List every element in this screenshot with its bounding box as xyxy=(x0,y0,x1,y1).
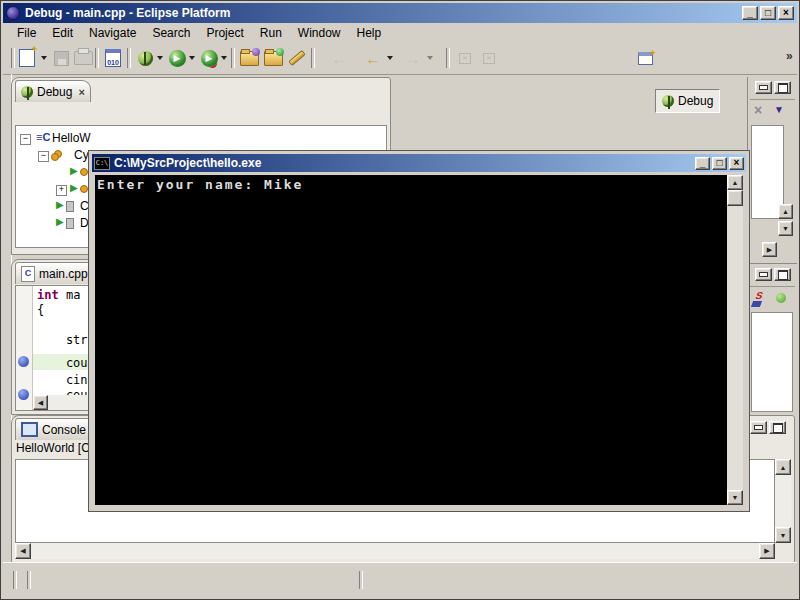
console-vscrollbar[interactable]: ▲ ▼ xyxy=(775,459,791,543)
run-launch-button[interactable]: ▶ xyxy=(165,46,189,70)
view-menu-icon[interactable]: ▼ xyxy=(774,104,784,115)
debug-launch-button[interactable] xyxy=(133,46,157,70)
menu-help[interactable]: Help xyxy=(349,24,390,42)
console-hscrollbar[interactable]: ◀ ▶ xyxy=(15,543,775,559)
menu-run[interactable]: Run xyxy=(252,24,290,42)
scroll-left-icon[interactable]: ◀ xyxy=(33,395,48,410)
external-tools-icon: ▶ xyxy=(201,50,218,67)
back-dropdown[interactable] xyxy=(387,56,393,60)
menu-bar: File Edit Navigate Search Project Run Wi… xyxy=(3,23,797,43)
scroll-up-icon[interactable]: ▲ xyxy=(778,204,793,219)
console-maximize-icon[interactable] xyxy=(769,421,786,434)
next-annotation-button: × xyxy=(453,46,477,70)
back-arrow-icon: ← xyxy=(366,50,381,67)
menu-edit[interactable]: Edit xyxy=(44,24,81,42)
last-edit-arrow-icon: ← xyxy=(332,50,347,67)
open-perspective-button[interactable] xyxy=(633,46,657,70)
cmd-output-area[interactable]: Enter your name: Mike xyxy=(95,175,727,505)
scrollbar-thumb[interactable] xyxy=(727,190,743,206)
annotation-ruler[interactable] xyxy=(16,286,33,410)
window-titlebar[interactable]: Debug - main.cpp - Eclipse Platform _ □ … xyxy=(3,3,797,23)
scroll-down-icon[interactable]: ▼ xyxy=(778,221,793,236)
cmd-window[interactable]: C:\ C:\MySrcProject\hello.exe _ □ × Ente… xyxy=(89,151,749,511)
status-separator xyxy=(359,571,363,589)
cmd-maximize-button[interactable]: □ xyxy=(712,157,727,170)
eclipse-logo-icon xyxy=(6,6,20,20)
expander-plus-icon[interactable]: + xyxy=(56,185,67,196)
process-run-icon: ▶ xyxy=(56,199,64,210)
open-type-button[interactable] xyxy=(237,46,261,70)
open-resource-icon xyxy=(264,51,283,66)
toolbar-separator xyxy=(127,48,131,68)
scroll-right-icon[interactable]: ▶ xyxy=(762,242,777,257)
scroll-down-icon[interactable]: ▼ xyxy=(727,490,743,505)
external-tools-button[interactable]: ▶ xyxy=(197,46,221,70)
new-wizard-button[interactable] xyxy=(15,46,39,70)
remove-terminated-icon[interactable]: × xyxy=(754,102,762,118)
debug-view-toolbar xyxy=(15,101,387,123)
menu-navigate[interactable]: Navigate xyxy=(81,24,144,42)
menu-project[interactable]: Project xyxy=(198,24,251,42)
c-application-icon: ≡C xyxy=(36,131,50,143)
maximize-button[interactable]: □ xyxy=(760,6,776,20)
cmd-output-text: Enter your name: Mike xyxy=(97,177,303,192)
open-resource-button[interactable] xyxy=(261,46,285,70)
view-maximize-icon[interactable] xyxy=(774,81,791,94)
previous-annotation-button: × xyxy=(477,46,501,70)
right-view-stack-top: × ▼ ▲ ▼ ▶ xyxy=(747,77,797,263)
menu-window[interactable]: Window xyxy=(290,24,349,42)
console-monitor-icon xyxy=(21,422,38,437)
open-perspective-icon xyxy=(638,52,653,65)
window-title: Debug - main.cpp - Eclipse Platform xyxy=(25,6,230,20)
open-type-icon xyxy=(240,51,259,66)
back-button[interactable]: ← xyxy=(361,46,385,70)
status-separator xyxy=(13,571,17,589)
scroll-right-icon[interactable]: ▶ xyxy=(759,543,775,559)
scroll-up-icon[interactable]: ▲ xyxy=(727,175,743,190)
run-launch-dropdown[interactable] xyxy=(189,56,195,60)
toolbar-separator xyxy=(311,48,315,68)
view-minimize-icon[interactable] xyxy=(755,81,772,94)
debug-view-tab-label: Debug xyxy=(37,85,72,99)
external-tools-dropdown[interactable] xyxy=(221,56,227,60)
cmd-close-button[interactable]: × xyxy=(729,157,744,170)
close-button[interactable]: × xyxy=(778,6,794,20)
debug-launch-dropdown[interactable] xyxy=(157,56,163,60)
last-edit-location-button: ← xyxy=(327,46,351,70)
hide-static-members-icon[interactable]: S xyxy=(751,290,766,307)
outline-content xyxy=(751,312,793,412)
cmd-titlebar[interactable]: C:\ C:\MySrcProject\hello.exe _ □ × xyxy=(92,154,746,172)
main-toolbar: 010 ▶ ▶ ← ← → × × Debug » xyxy=(3,43,797,75)
debug-view-tab[interactable]: Debug × xyxy=(15,80,91,102)
console-minmax-controls xyxy=(750,421,786,434)
debug-view-close-icon[interactable]: × xyxy=(78,86,84,98)
search-button[interactable] xyxy=(285,46,309,70)
new-wizard-dropdown[interactable] xyxy=(41,56,47,60)
editor-tab-label: main.cpp xyxy=(39,267,88,281)
scroll-up-icon[interactable]: ▲ xyxy=(775,459,791,475)
menu-file[interactable]: File xyxy=(9,24,44,42)
tree-row-launch[interactable]: − ≡C HelloW xyxy=(16,131,386,147)
expander-minus-icon[interactable]: − xyxy=(38,151,49,162)
expander-minus-icon[interactable]: − xyxy=(20,134,31,145)
forward-dropdown xyxy=(427,56,433,60)
debug-bug-icon xyxy=(138,51,153,66)
view-maximize-icon[interactable] xyxy=(774,268,791,281)
instruction-pointer-icon xyxy=(18,356,29,367)
binary-files-button[interactable]: 010 xyxy=(101,46,125,70)
console-minimize-icon[interactable] xyxy=(750,421,767,434)
print-icon xyxy=(74,51,93,65)
cmd-title: C:\MySrcProject\hello.exe xyxy=(114,156,261,170)
hide-non-public-icon[interactable] xyxy=(776,293,786,303)
toolbar-overflow-chevron[interactable]: » xyxy=(786,49,793,63)
minimize-button[interactable]: _ xyxy=(742,6,758,20)
right-view-toolbar: × ▼ xyxy=(750,99,795,122)
cmd-minimize-button[interactable]: _ xyxy=(695,157,710,170)
scroll-left-icon[interactable]: ◀ xyxy=(15,543,31,559)
frame-run-icon: ▶ xyxy=(70,182,78,193)
menu-search[interactable]: Search xyxy=(144,24,198,42)
binary-010-icon: 010 xyxy=(105,49,121,67)
cmd-vscrollbar[interactable]: ▲ ▼ xyxy=(727,175,743,505)
scroll-down-icon[interactable]: ▼ xyxy=(775,527,791,543)
view-minimize-icon[interactable] xyxy=(755,268,772,281)
